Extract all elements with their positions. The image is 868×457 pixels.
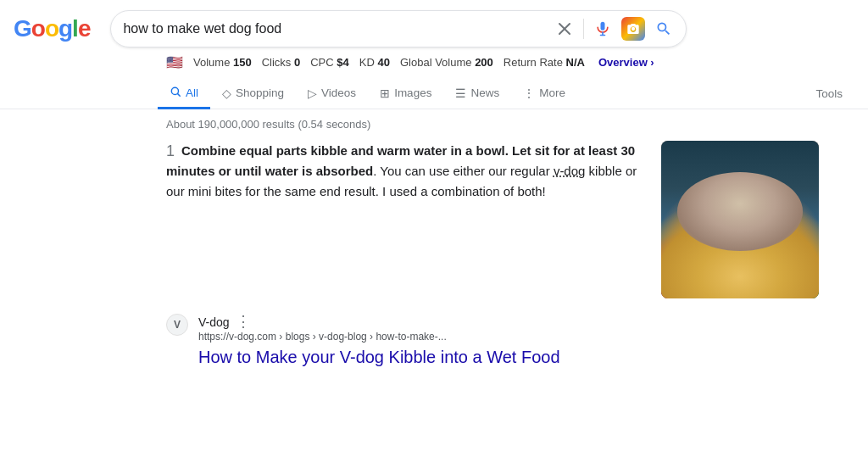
overview-link[interactable]: Overview › bbox=[598, 56, 654, 69]
logo-letter-g2: g bbox=[58, 15, 72, 42]
tab-images-label: Images bbox=[394, 86, 431, 99]
search-nav-tabs: All ◇ Shopping ▷ Videos ⊞ Images ☰ News … bbox=[0, 74, 868, 109]
search-icon-group bbox=[554, 17, 674, 41]
dog-food-bowl-image bbox=[661, 141, 819, 298]
result-number: 1 bbox=[166, 142, 175, 160]
tab-all[interactable]: All bbox=[158, 79, 210, 109]
source-more-button[interactable]: ⋮ bbox=[232, 313, 254, 330]
search-input[interactable] bbox=[123, 21, 548, 36]
logo-letter-g1: G bbox=[14, 15, 31, 42]
kd-stat: KD 40 bbox=[359, 56, 390, 69]
tab-videos[interactable]: ▷ Videos bbox=[296, 80, 368, 109]
camera-icon[interactable] bbox=[621, 17, 645, 41]
logo-letter-o2: o bbox=[45, 15, 58, 42]
source-area: V V-dog ⋮ https://v-dog.com › blogs › v-… bbox=[0, 298, 868, 343]
tab-shopping[interactable]: ◇ Shopping bbox=[210, 80, 296, 109]
result-snippet-container: 1 Combine equal parts kibble and warm wa… bbox=[166, 141, 641, 298]
tab-news-label: News bbox=[470, 86, 499, 99]
tab-news[interactable]: ☰ News bbox=[443, 80, 511, 109]
images-icon: ⊞ bbox=[380, 86, 390, 100]
main-result: 1 Combine equal parts kibble and warm wa… bbox=[0, 136, 868, 298]
tools-button[interactable]: Tools bbox=[804, 81, 854, 107]
result-link[interactable]: How to Make your V-dog Kibble into a Wet… bbox=[198, 348, 560, 366]
result-snippet-underline: v-dog bbox=[554, 164, 586, 178]
country-flag: 🇺🇸 bbox=[166, 54, 183, 70]
cpc-stat: CPC $4 bbox=[310, 56, 349, 69]
shopping-icon: ◇ bbox=[222, 86, 231, 100]
source-name: V-dog ⋮ bbox=[198, 312, 868, 331]
result-link-container: How to Make your V-dog Kibble into a Wet… bbox=[0, 343, 868, 368]
tab-images[interactable]: ⊞ Images bbox=[368, 80, 443, 109]
svg-line-6 bbox=[178, 94, 181, 97]
results-count: About 190,000,000 results (0.54 seconds) bbox=[0, 109, 868, 136]
volume-stat: Volume 150 bbox=[193, 56, 252, 69]
source-favicon: V bbox=[166, 314, 188, 336]
google-logo[interactable]: G o o g l e bbox=[14, 15, 90, 42]
tab-all-label: All bbox=[186, 86, 198, 99]
source-info: V-dog ⋮ https://v-dog.com › blogs › v-do… bbox=[198, 312, 868, 343]
tab-more-label: More bbox=[539, 86, 565, 99]
more-icon: ⋮ bbox=[523, 86, 535, 100]
logo-letter-l: l bbox=[72, 15, 78, 42]
seo-bar: 🇺🇸 Volume 150 Clicks 0 CPC $4 KD 40 Glob… bbox=[0, 47, 868, 70]
header: G o o g l e bbox=[0, 0, 868, 47]
global-volume-stat: Global Volume 200 bbox=[400, 56, 493, 69]
source-url: https://v-dog.com › blogs › v-dog-blog ›… bbox=[198, 331, 868, 343]
tab-shopping-label: Shopping bbox=[236, 86, 284, 99]
logo-letter-e: e bbox=[78, 15, 91, 42]
separator bbox=[583, 19, 584, 39]
svg-rect-2 bbox=[601, 22, 605, 31]
videos-icon: ▷ bbox=[308, 86, 317, 100]
search-submit-icon[interactable] bbox=[654, 19, 674, 39]
source-url-text: https://v-dog.com › blogs › v-dog-blog ›… bbox=[198, 331, 447, 343]
all-icon bbox=[170, 86, 181, 100]
result-snippet-normal1: . You can use either our regular bbox=[373, 164, 554, 178]
return-rate-stat: Return Rate N/A bbox=[504, 56, 585, 69]
result-image bbox=[661, 141, 819, 298]
clear-icon[interactable] bbox=[554, 19, 575, 39]
tab-more[interactable]: ⋮ More bbox=[511, 80, 577, 109]
search-bar bbox=[110, 10, 687, 47]
tab-videos-label: Videos bbox=[321, 86, 356, 99]
clicks-stat: Clicks 0 bbox=[262, 56, 301, 69]
news-icon: ☰ bbox=[455, 86, 466, 100]
result-snippet: Combine equal parts kibble and warm wate… bbox=[166, 141, 641, 202]
logo-letter-o1: o bbox=[31, 15, 45, 42]
mic-icon[interactable] bbox=[593, 19, 613, 39]
